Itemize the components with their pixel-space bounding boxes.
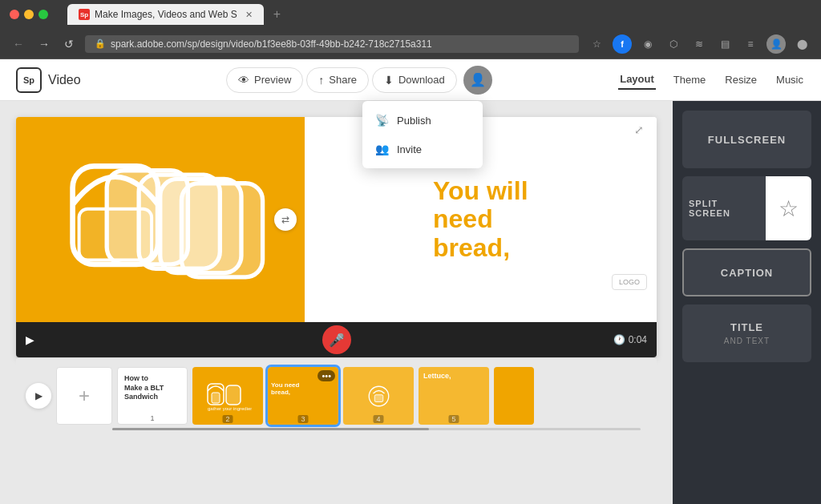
forward-button[interactable]: → <box>35 36 53 52</box>
svg-rect-7 <box>212 393 220 403</box>
new-tab-button[interactable]: + <box>267 4 287 25</box>
back-button[interactable]: ← <box>10 36 27 52</box>
tab-bar: Sp Make Images, Videos and Web S ✕ + <box>67 4 811 25</box>
slide-more-button[interactable]: ••• <box>317 370 335 381</box>
active-tab[interactable]: Sp Make Images, Videos and Web S ✕ <box>67 4 264 25</box>
svg-rect-11 <box>374 394 383 401</box>
share-button[interactable]: ↑ Share <box>306 67 369 93</box>
slide-2-icon: gather your ingredients <box>204 380 252 412</box>
app-toolbar: Sp Video 👁 Preview ↑ Share ⬇ Download 👤 … <box>0 59 821 101</box>
split-label-area: SPLIT SCREEN <box>682 176 766 240</box>
minimize-traffic-light[interactable] <box>24 10 34 19</box>
slide-4-icon <box>357 382 401 410</box>
logo-placeholder[interactable]: LOGO <box>612 274 647 290</box>
tab-title: Make Images, Videos and Web S <box>95 9 237 20</box>
record-mic-button[interactable]: 🎤 <box>322 325 351 354</box>
scrollbar-thumb <box>112 428 429 430</box>
tab-favicon: Sp <box>79 9 90 20</box>
title-label: TITLE <box>730 321 763 333</box>
filmstrip-play-button[interactable]: ▶ <box>26 383 51 409</box>
browser-addressbar: ← → ↺ 🔒 spark.adobe.com/sp/design/video/… <box>0 29 821 59</box>
toolbar-right: Layout Theme Resize Music <box>618 70 805 90</box>
user-avatar[interactable]: 👤 <box>766 34 786 54</box>
app-logo: Sp Video <box>16 67 81 93</box>
address-bar[interactable]: 🔒 spark.adobe.com/sp/design/video/b1f3ee… <box>85 35 579 53</box>
filmstrip-item-6[interactable] <box>494 367 534 425</box>
share-user-button[interactable]: 👤 <box>463 66 492 95</box>
canvas-area: ⇄ You will need bread, ⤢ LOGO ▶ 🎤 <box>0 101 673 504</box>
invite-icon: 👥 <box>375 143 389 155</box>
fullscreen-label: FULLSCREEN <box>708 134 786 146</box>
right-panel: FULLSCREEN SPLIT SCREEN ☆ CAPTION <box>673 101 821 504</box>
filmstrip-item-3[interactable]: ••• You needbread, 3 <box>268 367 338 425</box>
filmstrip: ▶ + How toMake a BLTSandwich 1 <box>16 357 657 433</box>
split-screen-layout-card[interactable]: SPLIT SCREEN ☆ <box>682 176 811 240</box>
refresh-button[interactable]: ↺ <box>61 36 77 52</box>
url-text: spark.adobe.com/sp/design/video/b1f3ee8b… <box>111 38 432 50</box>
title-layout-card[interactable]: TITLE AND TEXT <box>682 304 811 362</box>
play-button[interactable]: ▶ <box>26 333 34 346</box>
preview-button[interactable]: 👁 Preview <box>226 67 303 93</box>
account-icon[interactable]: ⬤ <box>792 34 811 54</box>
split-screen-label: SPLIT SCREEN <box>689 199 759 218</box>
theme-button[interactable]: Theme <box>672 71 707 89</box>
maximize-traffic-light[interactable] <box>38 10 48 19</box>
close-traffic-light[interactable] <box>10 10 19 19</box>
invite-item[interactable]: 👥 Invite <box>362 135 483 163</box>
publish-icon: 📡 <box>375 114 389 127</box>
resize-button[interactable]: Resize <box>723 71 758 89</box>
filmstrip-item-4[interactable]: 4 <box>343 367 414 425</box>
video-preview: ⇄ You will need bread, ⤢ LOGO ▶ 🎤 <box>16 117 657 357</box>
star-icon: ☆ <box>779 196 799 222</box>
extension-icon-1[interactable]: ◉ <box>638 34 657 54</box>
filmstrip-item-5[interactable]: Lettuce, 5 <box>419 367 489 425</box>
svg-rect-8 <box>226 385 241 405</box>
share-dropdown: 📡 Publish 👥 Invite <box>362 101 483 168</box>
clock-icon: 🕐 <box>613 334 625 345</box>
video-main-text: You will need bread, <box>433 177 528 262</box>
filmstrip-item-1[interactable]: How toMake a BLTSandwich 1 <box>117 367 188 425</box>
video-content: ⇄ You will need bread, ⤢ LOGO <box>16 117 657 322</box>
download-icon: ⬇ <box>384 74 394 87</box>
bookmark-icon[interactable]: ☆ <box>587 34 606 54</box>
music-button[interactable]: Music <box>774 71 805 89</box>
svg-text:gather your ingredients: gather your ingredients <box>208 406 252 411</box>
resize-handle[interactable]: ⤢ <box>634 123 650 139</box>
caption-label: CAPTION <box>721 267 774 279</box>
invite-label: Invite <box>397 143 422 155</box>
user-icon: 👤 <box>470 72 486 87</box>
slide-number-3: 3 <box>297 415 308 423</box>
extension-icon-5[interactable]: ≡ <box>741 34 760 54</box>
add-slide-button[interactable]: + <box>56 367 112 425</box>
video-controls: ▶ 🎤 🕐 0:04 <box>16 322 657 357</box>
caption-layout-card[interactable]: CAPTION <box>682 248 811 296</box>
extension-icon-2[interactable]: ⬡ <box>664 34 683 54</box>
translate-icon: ⇄ <box>274 208 297 231</box>
split-inner: SPLIT SCREEN ☆ <box>682 176 811 240</box>
fullscreen-layout-card[interactable]: FULLSCREEN <box>682 111 811 168</box>
extension-icon-3[interactable]: ≋ <box>690 34 709 54</box>
filmstrip-item-2[interactable]: gather your ingredients 2 <box>192 367 263 425</box>
slide-number-4: 4 <box>373 415 383 423</box>
split-right-preview: ☆ <box>766 176 811 240</box>
timer-value: 0:04 <box>629 334 647 345</box>
browser-chrome: Sp Make Images, Videos and Web S ✕ + ← →… <box>0 0 821 59</box>
browser-titlebar: Sp Make Images, Videos and Web S ✕ + <box>0 0 821 29</box>
download-button[interactable]: ⬇ Download <box>372 67 457 93</box>
download-label: Download <box>398 74 445 86</box>
title-sub-label: AND TEXT <box>724 337 770 345</box>
bread-illustration <box>32 133 289 306</box>
lock-icon: 🔒 <box>95 38 106 49</box>
browser-icons: ☆ f ◉ ⬡ ≋ ▤ ≡ 👤 ⬤ <box>587 34 811 54</box>
facebook-icon[interactable]: f <box>613 34 632 54</box>
layout-button[interactable]: Layout <box>618 70 656 90</box>
filmstrip-scrollbar[interactable] <box>112 428 641 430</box>
slide-number-2: 2 <box>222 415 233 423</box>
share-label: Share <box>329 74 357 86</box>
video-timer: 🕐 0:04 <box>613 334 647 345</box>
publish-item[interactable]: 📡 Publish <box>362 106 483 135</box>
app-wrapper: Sp Video 👁 Preview ↑ Share ⬇ Download 👤 … <box>0 59 821 504</box>
extension-icon-4[interactable]: ▤ <box>715 34 734 54</box>
tab-close-button[interactable]: ✕ <box>245 10 253 20</box>
slide-number-1: 1 <box>147 414 157 422</box>
